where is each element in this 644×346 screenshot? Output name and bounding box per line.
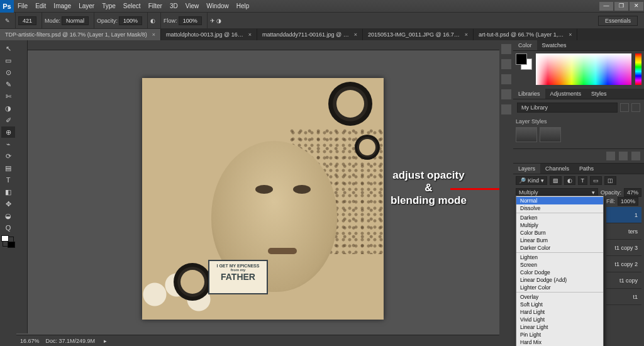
maximize-button[interactable]: ❐ bbox=[614, 2, 628, 11]
hue-slider[interactable] bbox=[635, 53, 641, 85]
blend-mode-option[interactable]: Screen bbox=[516, 261, 603, 269]
healing-tool[interactable]: ✐ bbox=[1, 114, 15, 126]
filter-smart-icon[interactable]: ◫ bbox=[604, 176, 616, 185]
close-button[interactable]: ✕ bbox=[630, 2, 643, 11]
panel-color-swatch[interactable] bbox=[516, 53, 532, 70]
tab-color[interactable]: Color bbox=[513, 40, 537, 50]
tab-swatches[interactable]: Swatches bbox=[537, 40, 572, 50]
blend-mode-option[interactable]: Multiply bbox=[516, 221, 603, 229]
properties-icon[interactable] bbox=[501, 74, 511, 84]
type-tool[interactable]: T bbox=[1, 174, 15, 186]
magic-wand-tool[interactable]: ✎ bbox=[1, 79, 15, 90]
opacity-field[interactable]: 100% bbox=[119, 16, 142, 25]
blend-mode-menu[interactable]: NormalDissolveDarkenMultiplyColor BurnLi… bbox=[516, 196, 604, 346]
close-tab-icon[interactable]: × bbox=[152, 31, 155, 38]
document-tab[interactable]: art-tut-8.psd @ 66.7% (Layer 1,…× bbox=[474, 29, 577, 40]
panel-fg-color[interactable] bbox=[516, 53, 527, 65]
blend-mode-option[interactable]: Lighten bbox=[516, 254, 603, 261]
tab-channels[interactable]: Channels bbox=[540, 164, 574, 174]
blend-mode-option[interactable]: Overlay bbox=[516, 293, 603, 301]
pressure-opacity-icon[interactable]: ◐ bbox=[150, 18, 155, 24]
blend-mode-option[interactable]: Soft Light bbox=[516, 301, 603, 308]
menu-help[interactable]: Help bbox=[233, 3, 253, 9]
library-dropdown[interactable]: My Library bbox=[517, 103, 618, 113]
menu-select[interactable]: Select bbox=[119, 3, 145, 9]
layer-item[interactable]: t1 copy 3 bbox=[606, 240, 641, 256]
blend-mode-option[interactable]: Hard Mix bbox=[516, 338, 603, 346]
crop-tool[interactable]: ✄ bbox=[1, 91, 15, 102]
menu-file[interactable]: File bbox=[14, 3, 31, 9]
status-menu-icon[interactable]: ▸ bbox=[104, 338, 107, 344]
menu-type[interactable]: Type bbox=[98, 3, 119, 9]
filter-shape-icon[interactable]: ▭ bbox=[590, 176, 602, 185]
close-tab-icon[interactable]: × bbox=[569, 31, 572, 38]
layer-item[interactable]: 1 bbox=[606, 207, 641, 223]
sync-icon[interactable] bbox=[606, 152, 615, 160]
fill-field[interactable]: 100% bbox=[618, 197, 638, 206]
paragraph-icon[interactable] bbox=[501, 104, 511, 114]
blend-mode-option[interactable]: Color Burn bbox=[516, 229, 603, 237]
pressure-size-icon[interactable]: ◑ bbox=[216, 18, 221, 24]
blend-mode-option[interactable]: Normal bbox=[516, 197, 603, 204]
filter-image-icon[interactable]: ▧ bbox=[550, 176, 562, 185]
flow-field[interactable]: 100% bbox=[179, 16, 202, 25]
history-icon[interactable] bbox=[501, 44, 511, 54]
document-tab[interactable]: 20150513-IMG_0011.JPG @ 16.7…× bbox=[363, 29, 474, 40]
delete-icon[interactable] bbox=[631, 152, 640, 160]
menu-view[interactable]: View bbox=[182, 3, 203, 9]
lasso-tool[interactable]: ⊙ bbox=[1, 67, 15, 78]
minimize-button[interactable]: — bbox=[599, 2, 613, 11]
blend-mode-option[interactable]: Lighter Color bbox=[516, 284, 603, 291]
tab-styles[interactable]: Styles bbox=[586, 89, 612, 99]
blend-mode-option[interactable]: Pin Light bbox=[516, 331, 603, 338]
layer-item[interactable]: t1 bbox=[606, 289, 641, 305]
close-tab-icon[interactable]: × bbox=[248, 31, 252, 38]
document-tab[interactable]: TDP-artistic-filters.psd @ 16.7% (Layer … bbox=[0, 29, 161, 40]
airbrush-icon[interactable]: ✈ bbox=[210, 18, 215, 24]
tab-paths[interactable]: Paths bbox=[574, 164, 599, 174]
style-thumbnail[interactable] bbox=[540, 127, 561, 142]
blend-mode-option[interactable]: Linear Burn bbox=[516, 237, 603, 244]
eraser-tool[interactable]: ▤ bbox=[1, 162, 15, 174]
filter-adjust-icon[interactable]: ◐ bbox=[564, 176, 575, 185]
canvas-area[interactable]: I GET MY EPICNESS from my FATHER adjust … bbox=[16, 40, 499, 346]
menu-3d[interactable]: 3D bbox=[166, 3, 182, 9]
marquee-tool[interactable]: ▭ bbox=[1, 55, 15, 66]
character-icon[interactable] bbox=[501, 89, 511, 99]
document-tab[interactable]: mattanddaddy711-00161.jpg @ …× bbox=[257, 29, 363, 40]
close-tab-icon[interactable]: × bbox=[465, 31, 468, 38]
blend-mode-option[interactable]: Vivid Light bbox=[516, 316, 603, 323]
brush-size-field[interactable]: 421 bbox=[18, 16, 36, 25]
menu-filter[interactable]: Filter bbox=[145, 3, 166, 9]
blend-mode-option[interactable]: Hard Light bbox=[516, 308, 603, 316]
blend-mode-option[interactable]: Darken bbox=[516, 214, 603, 221]
move-tool[interactable]: ↖ bbox=[1, 43, 15, 54]
menu-image[interactable]: Image bbox=[50, 3, 75, 9]
tab-layers[interactable]: Layers bbox=[513, 164, 540, 174]
document-canvas[interactable]: I GET MY EPICNESS from my FATHER bbox=[142, 78, 384, 320]
close-tab-icon[interactable]: × bbox=[354, 31, 357, 38]
menu-edit[interactable]: Edit bbox=[31, 3, 50, 9]
hand-tool[interactable]: ✥ bbox=[1, 198, 15, 209]
background-color[interactable] bbox=[8, 242, 15, 248]
blend-mode-option[interactable]: Color Dodge bbox=[516, 269, 603, 276]
layer-item[interactable]: t1 copy 2 bbox=[606, 256, 641, 272]
clone-tool[interactable]: ⌁ bbox=[1, 138, 15, 150]
quickmask-tool[interactable]: Q bbox=[1, 222, 15, 233]
blend-mode-option[interactable]: Linear Dodge (Add) bbox=[516, 276, 603, 284]
list-view-icon[interactable] bbox=[620, 103, 629, 112]
workspace-dropdown[interactable]: Essentials bbox=[598, 16, 638, 26]
mode-dropdown[interactable]: Normal bbox=[62, 16, 89, 25]
menu-layer[interactable]: Layer bbox=[75, 3, 98, 9]
zoom-tool[interactable]: ◒ bbox=[1, 210, 15, 221]
libraries-menu-icon[interactable] bbox=[619, 152, 628, 160]
layer-item[interactable]: t1 copy bbox=[606, 272, 641, 289]
color-swatch[interactable] bbox=[3, 237, 14, 247]
layer-item[interactable]: ters bbox=[606, 223, 641, 240]
tab-adjustments[interactable]: Adjustments bbox=[545, 89, 587, 99]
blend-mode-option[interactable]: Linear Light bbox=[516, 323, 603, 331]
history-brush-tool[interactable]: ⟳ bbox=[1, 150, 15, 162]
menu-window[interactable]: Window bbox=[203, 3, 233, 9]
grid-view-icon[interactable] bbox=[631, 103, 640, 112]
color-picker-field[interactable] bbox=[536, 53, 631, 85]
